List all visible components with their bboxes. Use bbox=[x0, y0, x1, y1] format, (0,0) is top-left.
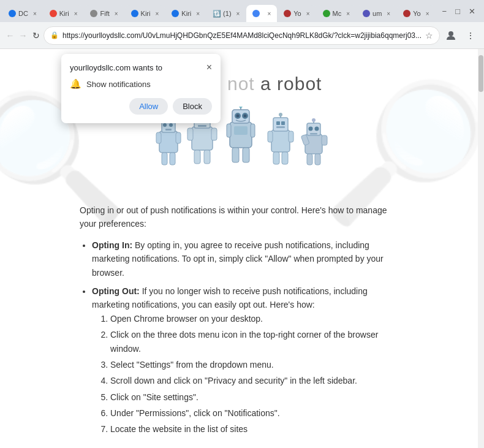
notification-popup: yourlloydsllc.com wants to × 🔔 Show noti… bbox=[61, 54, 221, 123]
tab-count[interactable]: 🔃 (1) × bbox=[206, 5, 246, 22]
bullet-item-1: Opting In: By opting in, you agree to re… bbox=[92, 238, 398, 279]
svg-rect-12 bbox=[192, 127, 213, 150]
svg-rect-43 bbox=[268, 131, 273, 142]
popup-header: yourlloydsllc.com wants to × bbox=[70, 63, 212, 72]
step-2: Click on the three dots menu icon in the… bbox=[110, 328, 398, 355]
step-5: Click on "Site settings". bbox=[110, 390, 398, 404]
menu-button[interactable]: ⋮ bbox=[462, 27, 479, 44]
svg-point-4 bbox=[169, 123, 173, 127]
svg-point-59 bbox=[312, 118, 316, 122]
tab-favicon bbox=[252, 10, 260, 17]
scrollbar-thumb[interactable] bbox=[478, 55, 483, 92]
forward-button[interactable]: → bbox=[18, 27, 28, 44]
tab-yo2[interactable]: Yo × bbox=[397, 5, 433, 22]
maximize-button[interactable]: □ bbox=[453, 6, 463, 17]
intro-paragraph: Opting in or out of push notifications i… bbox=[80, 203, 398, 231]
svg-rect-57 bbox=[315, 154, 320, 165]
tab-close-active[interactable]: × bbox=[267, 10, 271, 17]
svg-rect-7 bbox=[176, 132, 181, 143]
popup-permission: 🔔 Show notifications bbox=[70, 78, 212, 89]
lock-icon: 🔒 bbox=[50, 31, 59, 39]
tab-um[interactable]: um × bbox=[357, 5, 396, 22]
svg-rect-44 bbox=[289, 131, 293, 142]
allow-button[interactable]: Allow bbox=[129, 98, 168, 115]
tab-kiri2[interactable]: Kiri × bbox=[125, 5, 165, 22]
svg-rect-38 bbox=[271, 130, 290, 152]
minimize-button[interactable]: − bbox=[440, 6, 450, 17]
svg-rect-40 bbox=[276, 121, 280, 125]
step-4: Scroll down and click on "Privacy and se… bbox=[110, 374, 398, 387]
profile-icon bbox=[445, 30, 456, 41]
scrollbar[interactable] bbox=[478, 49, 484, 448]
reload-button[interactable]: ↻ bbox=[31, 27, 41, 44]
toolbar: ← → ↻ 🔒 https://yourlloydsllc.com/U0vLmu… bbox=[0, 22, 484, 49]
tab-favicon bbox=[403, 10, 410, 17]
svg-point-51 bbox=[309, 127, 313, 131]
svg-rect-22 bbox=[204, 150, 210, 164]
svg-rect-56 bbox=[307, 154, 312, 165]
page-area: yourlloydsllc.com wants to × 🔔 Show noti… bbox=[0, 49, 484, 448]
svg-point-3 bbox=[163, 123, 167, 127]
bullet2-title: Opting Out: bbox=[92, 286, 140, 296]
close-button[interactable]: ✕ bbox=[466, 6, 478, 17]
browser-window: DC × Kiri × Fift × Kiri × Kiri × bbox=[0, 0, 484, 448]
tabs-group: DC × Kiri × Fift × Kiri × Kiri × bbox=[2, 0, 434, 22]
svg-rect-42 bbox=[276, 126, 285, 128]
svg-point-30 bbox=[244, 115, 247, 118]
svg-rect-19 bbox=[187, 128, 193, 140]
svg-point-0 bbox=[448, 31, 453, 36]
bullet-item-2: Opting Out: If you no longer wish to rec… bbox=[92, 284, 398, 436]
tab-favicon bbox=[90, 10, 97, 17]
svg-rect-18 bbox=[198, 125, 206, 127]
address-bar[interactable]: 🔒 https://yourlloydsllc.com/U0vLmuHjQHDG… bbox=[43, 26, 440, 45]
step-6: Under "Permissions", click on "Notificat… bbox=[110, 406, 398, 420]
tab-favicon bbox=[323, 10, 330, 17]
bullet1-title: Opting In: bbox=[92, 240, 132, 250]
step-1: Open Chrome browser on your desktop. bbox=[110, 312, 398, 325]
tab-favicon bbox=[363, 10, 370, 17]
tab-dc[interactable]: DC × bbox=[2, 5, 43, 22]
svg-rect-39 bbox=[273, 118, 288, 131]
tab-favicon bbox=[284, 10, 291, 17]
tab-fift[interactable]: Fift × bbox=[84, 5, 124, 22]
svg-rect-8 bbox=[162, 153, 167, 165]
svg-point-52 bbox=[315, 127, 319, 131]
svg-rect-21 bbox=[194, 150, 200, 164]
tab-favicon bbox=[50, 10, 57, 17]
tab-favicon bbox=[172, 10, 179, 17]
svg-point-29 bbox=[236, 115, 240, 118]
window-controls: − □ ✕ bbox=[434, 6, 484, 17]
tab-active[interactable]: × bbox=[246, 5, 277, 22]
svg-rect-55 bbox=[322, 135, 327, 145]
bookmark-button[interactable]: ☆ bbox=[425, 31, 433, 40]
svg-rect-1 bbox=[159, 131, 178, 153]
tab-mc[interactable]: Mc × bbox=[317, 5, 357, 22]
svg-rect-31 bbox=[227, 124, 231, 137]
tab-yo1[interactable]: Yo × bbox=[278, 5, 316, 22]
address-text: https://yourlloydsllc.com/U0vLmuHjQHDGbn… bbox=[62, 31, 422, 40]
back-button[interactable]: ← bbox=[5, 27, 15, 44]
tab-favicon bbox=[131, 10, 138, 17]
svg-rect-41 bbox=[281, 121, 285, 125]
bullet-list: Opting In: By opting in, you agree to re… bbox=[92, 238, 398, 436]
popup-close-button[interactable]: × bbox=[206, 63, 212, 72]
block-button[interactable]: Block bbox=[173, 98, 212, 115]
svg-rect-53 bbox=[310, 133, 317, 135]
tab-favicon bbox=[9, 10, 16, 17]
popup-buttons: Allow Block bbox=[70, 98, 212, 115]
svg-rect-6 bbox=[156, 132, 161, 143]
bullet1-text: By opting in, you agree to receive push … bbox=[92, 240, 384, 278]
steps-list: Open Chrome browser on your desktop. Cli… bbox=[110, 312, 398, 436]
bell-icon: 🔔 bbox=[70, 78, 81, 89]
svg-rect-5 bbox=[165, 129, 172, 131]
tab-kiri1[interactable]: Kiri × bbox=[43, 5, 84, 22]
profile-button[interactable] bbox=[442, 27, 459, 44]
svg-rect-20 bbox=[211, 128, 217, 140]
body-text: Opting in or out of push notifications i… bbox=[80, 203, 398, 436]
svg-rect-37 bbox=[234, 126, 248, 135]
svg-rect-9 bbox=[170, 153, 175, 165]
tab-kiri3[interactable]: Kiri × bbox=[165, 5, 206, 22]
popup-title: yourlloydsllc.com wants to bbox=[70, 63, 162, 72]
step-7: Locate the website in the list of sites bbox=[110, 422, 398, 436]
step-3: Select "Settings" from the dropdown menu… bbox=[110, 358, 398, 371]
